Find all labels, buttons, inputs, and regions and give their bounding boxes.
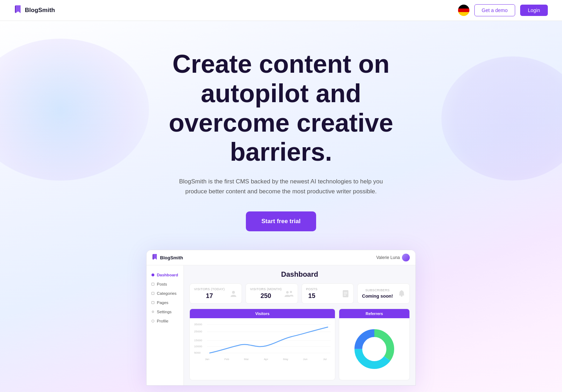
stat-info-posts: POSTS 15 xyxy=(306,287,318,300)
dashboard-page-title: Dashboard xyxy=(189,270,410,278)
dashboard-main: Dashboard VISITORS (TODAY) 17 xyxy=(184,265,415,385)
sidebar-label-categories: Categories xyxy=(157,291,177,296)
svg-text:10000: 10000 xyxy=(194,345,202,348)
visitors-chart: Visitors 35000 25000 15000 10000 5000 xyxy=(189,309,335,380)
dashboard-sidebar: Dashboard Posts Categories Pages ⚙ Setti… xyxy=(147,265,184,385)
pages-nav-icon xyxy=(151,301,154,304)
referrers-chart-header: Referrers xyxy=(339,309,409,318)
svg-text:May: May xyxy=(283,358,288,361)
sidebar-item-settings[interactable]: ⚙ Settings xyxy=(147,307,183,316)
dashboard-preview: BlogSmith Valerie Luna Dashboard Posts xyxy=(146,250,416,386)
svg-point-8 xyxy=(401,295,403,297)
sidebar-item-pages[interactable]: Pages xyxy=(147,298,183,307)
svg-text:Mar: Mar xyxy=(244,358,249,361)
svg-text:35000: 35000 xyxy=(194,323,202,326)
dashboard-username: Valerie Luna xyxy=(376,255,400,260)
dashboard-nav-icon xyxy=(151,274,154,276)
dashboard-logo-icon xyxy=(152,254,158,261)
svg-text:Jul: Jul xyxy=(323,358,327,361)
visitors-chart-header: Visitors xyxy=(190,309,335,318)
stat-value-visitors-month: 250 xyxy=(250,292,282,300)
sidebar-item-categories[interactable]: Categories xyxy=(147,289,183,298)
profile-nav-icon xyxy=(151,320,154,322)
stat-info-visitors-today: VISITORS (TODAY) 17 xyxy=(194,287,225,300)
logo: BlogSmith xyxy=(14,5,55,15)
stat-card-subscribers: SUBSCRIBERS Coming soon! xyxy=(357,283,410,304)
stat-label-visitors-today: VISITORS (TODAY) xyxy=(194,287,225,291)
login-button[interactable]: Login xyxy=(520,5,548,16)
stat-card-visitors-today: VISITORS (TODAY) 17 xyxy=(189,283,242,304)
stat-info-visitors-month: VISITORS (MONTH) 250 xyxy=(250,287,282,300)
person-icon xyxy=(230,290,237,298)
sidebar-label-dashboard: Dashboard xyxy=(157,273,178,277)
get-demo-button[interactable]: Get a demo xyxy=(474,4,515,16)
sidebar-item-dashboard[interactable]: Dashboard xyxy=(147,270,183,280)
svg-text:5000: 5000 xyxy=(194,351,201,354)
hero-section: Create content on autopilot and overcome… xyxy=(0,21,562,392)
stat-value-visitors-today: 17 xyxy=(194,292,225,300)
sidebar-label-pages: Pages xyxy=(157,300,169,305)
stat-label-posts: POSTS xyxy=(306,287,318,291)
svg-point-29 xyxy=(364,339,384,359)
visitors-chart-body: 35000 25000 15000 10000 5000 xyxy=(190,318,335,366)
svg-text:Jan: Jan xyxy=(205,358,209,361)
stat-card-visitors-month: VISITORS (MONTH) 250 xyxy=(246,283,298,304)
logo-text: BlogSmith xyxy=(25,7,55,14)
sidebar-item-profile[interactable]: Profile xyxy=(147,316,183,326)
svg-text:Apr: Apr xyxy=(264,358,268,361)
categories-nav-icon xyxy=(151,292,154,295)
referrers-chart-body xyxy=(339,318,409,380)
hero-title: Create content on autopilot and overcome… xyxy=(143,49,419,167)
charts-row: Visitors 35000 25000 15000 10000 5000 xyxy=(189,309,410,380)
header-actions: Get a demo Login xyxy=(458,4,548,16)
stats-row: VISITORS (TODAY) 17 VISITORS (MONTH) 250 xyxy=(189,283,410,304)
dashboard-body: Dashboard Posts Categories Pages ⚙ Setti… xyxy=(147,265,415,385)
svg-point-2 xyxy=(290,291,292,293)
svg-text:Feb: Feb xyxy=(225,358,229,361)
svg-point-1 xyxy=(286,291,288,293)
logo-icon xyxy=(14,5,22,15)
stat-label-subscribers: SUBSCRIBERS xyxy=(362,288,393,292)
sidebar-label-posts: Posts xyxy=(157,282,167,286)
donut-container xyxy=(343,322,406,376)
svg-text:25000: 25000 xyxy=(194,330,202,333)
document-icon xyxy=(342,290,349,298)
sidebar-label-profile: Profile xyxy=(157,319,169,323)
dashboard-logo-text: BlogSmith xyxy=(160,255,183,260)
visitors-line-chart-svg: 35000 25000 15000 10000 5000 xyxy=(193,322,331,361)
main-header: BlogSmith Get a demo Login xyxy=(0,0,562,21)
stat-value-posts: 15 xyxy=(306,292,318,300)
bell-icon xyxy=(398,290,405,298)
sidebar-item-posts[interactable]: Posts xyxy=(147,280,183,289)
stat-info-subscribers: SUBSCRIBERS Coming soon! xyxy=(362,288,393,299)
start-free-trial-button[interactable]: Start free trial xyxy=(246,211,316,231)
sidebar-label-settings: Settings xyxy=(157,310,172,314)
posts-nav-icon xyxy=(151,283,154,286)
dashboard-avatar xyxy=(402,254,410,261)
stat-card-posts: POSTS 15 xyxy=(302,283,354,304)
settings-gear-icon: ⚙ xyxy=(151,310,154,314)
dashboard-header: BlogSmith Valerie Luna xyxy=(147,250,415,265)
svg-text:15000: 15000 xyxy=(194,339,202,342)
stat-value-subscribers: Coming soon! xyxy=(362,293,393,299)
dashboard-user: Valerie Luna xyxy=(376,254,410,261)
svg-text:Jun: Jun xyxy=(303,358,307,361)
language-flag-german[interactable] xyxy=(458,5,469,16)
stat-label-visitors-month: VISITORS (MONTH) xyxy=(250,287,282,291)
dashboard-logo: BlogSmith xyxy=(152,254,183,261)
donut-chart-svg xyxy=(351,326,397,372)
hero-subtitle: BlogSmith is the first CMS backed by the… xyxy=(171,177,391,197)
svg-point-0 xyxy=(232,291,235,294)
people-icon xyxy=(284,290,293,298)
referrers-chart: Referrers xyxy=(339,309,410,380)
